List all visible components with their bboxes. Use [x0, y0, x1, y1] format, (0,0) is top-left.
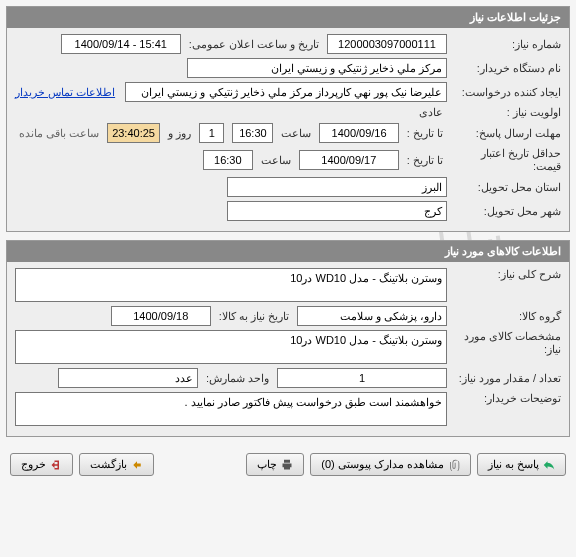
validity-label: حداقل تاریخ اعتبار قیمت:	[451, 147, 561, 173]
need-date-label: تاریخ نیاز به کالا:	[215, 310, 293, 323]
priority-value: عادی	[415, 106, 447, 119]
respond-label: پاسخ به نیاز	[488, 458, 539, 471]
reply-icon	[543, 459, 555, 471]
exit-label: خروج	[21, 458, 46, 471]
attachment-icon	[448, 459, 460, 471]
buyer-notes-field: خواهشمند است طبق درخواست پیش فاکتور صادر…	[15, 392, 447, 426]
qty-label: تعداد / مقدار مورد نیاز:	[451, 372, 561, 385]
unit-field: عدد	[58, 368, 198, 388]
need-number-field: 1200003097000111	[327, 34, 447, 54]
creator-field: عليرضا نيک پور نهي کارپرداز مرکز ملي ذخا…	[125, 82, 447, 102]
days-and-label: روز و	[164, 127, 195, 140]
to-date-label-2: تا تاریخ :	[403, 154, 447, 167]
announce-value: 1400/09/14 - 15:41	[61, 34, 181, 54]
general-desc-label: شرح کلی نیاز:	[451, 268, 561, 281]
deadline-time-field: 16:30	[232, 123, 273, 143]
remaining-time-field: 23:40:25	[107, 123, 160, 143]
attachments-label: مشاهده مدارک پیوستی (0)	[321, 458, 444, 471]
remaining-suffix: ساعت باقی مانده	[15, 127, 103, 140]
need-number-label: شماره نیاز:	[451, 38, 561, 51]
print-button[interactable]: چاپ	[246, 453, 304, 476]
item-spec-label: مشخصات کالای مورد نیاز:	[451, 330, 561, 356]
validity-date-field: 1400/09/17	[299, 150, 399, 170]
validity-time-field: 16:30	[203, 150, 253, 170]
time-label-1: ساعت	[277, 127, 315, 140]
need-date-field: 1400/09/18	[111, 306, 211, 326]
panel1-title: جزئیات اطلاعات نیاز	[7, 7, 569, 28]
back-label: بازگشت	[90, 458, 127, 471]
group-field: دارو، پزشکی و سلامت	[297, 306, 447, 326]
province-label: استان محل تحویل:	[451, 181, 561, 194]
unit-label: واحد شمارش:	[202, 372, 273, 385]
exit-button[interactable]: خروج	[10, 453, 73, 476]
buyer-org-label: نام دستگاه خریدار:	[451, 62, 561, 75]
item-spec-field: وسترن بلاتینگ - مدل WD10 در10	[15, 330, 447, 364]
time-label-2: ساعت	[257, 154, 295, 167]
days-count-field: 1	[199, 123, 224, 143]
exit-icon	[50, 459, 62, 471]
city-label: شهر محل تحویل:	[451, 205, 561, 218]
to-date-label-1: تا تاریخ :	[403, 127, 447, 140]
items-panel: اطلاعات کالاهای مورد نیاز شرح کلی نیاز: …	[6, 240, 570, 437]
deadline-date-field: 1400/09/16	[319, 123, 398, 143]
need-details-panel: جزئیات اطلاعات نیاز شماره نیاز: 12000030…	[6, 6, 570, 232]
city-field: کرج	[227, 201, 447, 221]
province-field: البرز	[227, 177, 447, 197]
buyer-notes-label: توضیحات خریدار:	[451, 392, 561, 405]
buyer-contact-link[interactable]: اطلاعات تماس خریدار	[15, 86, 121, 99]
announce-label: تاریخ و ساعت اعلان عمومی:	[185, 38, 323, 51]
back-icon	[131, 459, 143, 471]
qty-field: 1	[277, 368, 447, 388]
group-label: گروه کالا:	[451, 310, 561, 323]
panel2-title: اطلاعات کالاهای مورد نیاز	[7, 241, 569, 262]
attachments-button[interactable]: مشاهده مدارک پیوستی (0)	[310, 453, 471, 476]
respond-button[interactable]: پاسخ به نیاز	[477, 453, 566, 476]
creator-label: ایجاد کننده درخواست:	[451, 86, 561, 99]
buyer-org-field: مرکز ملي ذخاير ژنتيكي و زيستي ايران	[187, 58, 447, 78]
print-icon	[281, 459, 293, 471]
priority-label: اولویت نیاز :	[451, 106, 561, 119]
deadline-label: مهلت ارسال پاسخ:	[451, 127, 561, 140]
back-button[interactable]: بازگشت	[79, 453, 154, 476]
footer-toolbar: پاسخ به نیاز مشاهده مدارک پیوستی (0) چاپ…	[6, 445, 570, 484]
general-desc-field: وسترن بلاتینگ - مدل WD10 در10	[15, 268, 447, 302]
print-label: چاپ	[257, 458, 277, 471]
